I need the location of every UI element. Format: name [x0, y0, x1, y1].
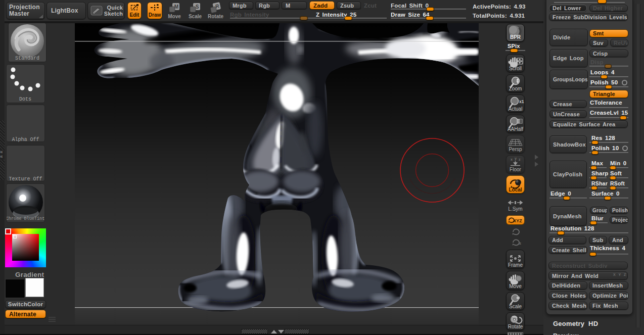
svg-text:L.Sym: L.Sym [508, 206, 522, 212]
svg-text:BPR: BPR [510, 34, 521, 40]
svg-text:x1: x1 [519, 99, 524, 104]
svg-text:AAHalf: AAHalf [508, 126, 523, 132]
svg-text:Local: Local [509, 187, 522, 193]
svg-text:z: z [519, 158, 521, 161]
svg-text:Frame: Frame [508, 262, 523, 268]
svg-text:Rotate: Rotate [508, 324, 523, 329]
svg-text:XYZ: XYZ [513, 218, 522, 223]
svg-text:Chrome BlueTint: Chrome BlueTint [7, 216, 44, 221]
svg-text:Scale: Scale [509, 304, 522, 309]
svg-text:Dots: Dots [19, 97, 31, 102]
svg-text:Standard: Standard [15, 56, 39, 61]
svg-text:x: x [511, 158, 513, 161]
svg-text:Zoom: Zoom [509, 86, 522, 91]
svg-text:y: y [515, 157, 517, 161]
svg-text:S: S [196, 4, 199, 10]
svg-text:Actual: Actual [509, 106, 523, 112]
svg-text:Move: Move [509, 283, 522, 289]
svg-text:Floor: Floor [510, 167, 521, 172]
svg-text:Persp: Persp [509, 147, 522, 152]
svg-text:Scroll: Scroll [509, 66, 522, 71]
svg-text:z: z [519, 241, 521, 246]
